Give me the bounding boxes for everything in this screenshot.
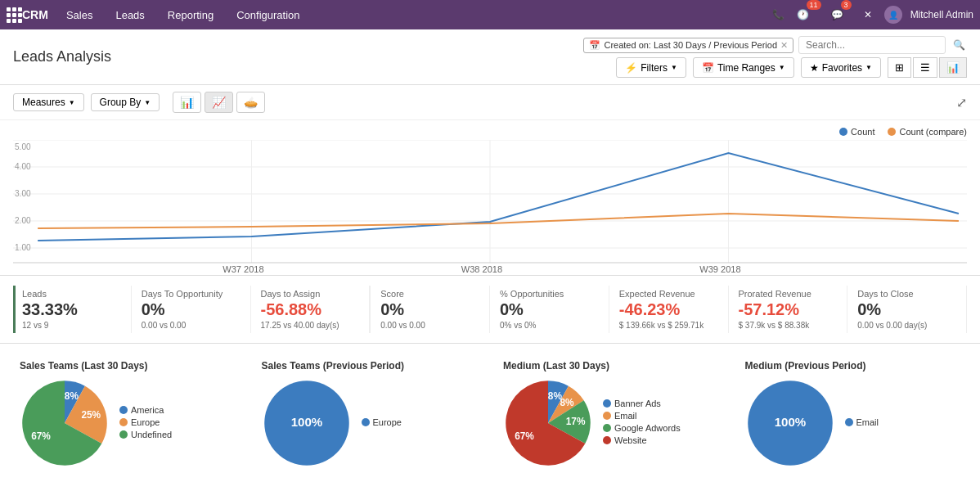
svg-text:1.00: 1.00: [15, 243, 31, 252]
nav-menu: Sales Leads Reporting Configuration: [61, 6, 771, 25]
pie-title-0: Sales Teams (Last 30 Days): [20, 360, 236, 372]
list-view-btn[interactable]: ☰: [913, 57, 937, 78]
close-icon[interactable]: ✕: [860, 7, 876, 23]
filters-arrow: ▼: [671, 64, 677, 71]
calendar-icon2: 📅: [702, 62, 714, 74]
time-ranges-arrow: ▼: [779, 64, 785, 71]
line-chart-btn[interactable]: 📈: [205, 92, 233, 113]
stat-value-6: -57.12%: [739, 300, 838, 319]
pie-legend-item-2-2: Google Adwords: [603, 423, 681, 433]
pie-content-3: 100%Email: [745, 378, 961, 468]
pie-card-2: Medium (Last 30 Days)8%8%17%67%Banner Ad…: [497, 354, 726, 475]
navbar: CRM Sales Leads Reporting Configuration …: [0, 0, 980, 29]
stat-label-1: Days To Opportunity: [142, 289, 241, 299]
stat-item-1: Days To Opportunity 0% 0.00 vs 0.00: [132, 286, 251, 333]
stat-item-5: Expected Revenue -46.23% $ 139.66k vs $ …: [609, 286, 729, 333]
legend-compare: Count (compare): [888, 127, 967, 137]
stat-value-4: 0%: [500, 300, 599, 319]
filter-tag-text: Created on: Last 30 Days / Previous Peri…: [604, 40, 777, 50]
svg-text:W38 2018: W38 2018: [461, 264, 502, 274]
page-title: Leads Analysis: [13, 48, 111, 65]
expand-button[interactable]: ⤢: [956, 95, 967, 110]
pie-legend-dot-2-0: [603, 399, 611, 408]
pie-content-0: 8%25%67%AmericaEuropeUndefined: [20, 378, 236, 468]
pie-legend-dot-1-0: [362, 418, 370, 426]
measures-arrow: ▼: [69, 99, 75, 106]
filter-tag-close[interactable]: ✕: [780, 40, 788, 51]
kanban-view-btn[interactable]: ⊞: [888, 57, 911, 78]
pie-svg-0: 8%25%67%: [20, 378, 110, 468]
nav-leads[interactable]: Leads: [110, 6, 149, 25]
pie-legend-item-2-1: Email: [603, 411, 681, 421]
stat-value-0: 33.33%: [22, 300, 121, 319]
brand-logo[interactable]: CRM: [22, 8, 48, 21]
stat-label-2: Days to Assign: [261, 289, 360, 299]
stat-item-7: Days to Close 0% 0.00 vs 0.00 day(s): [847, 286, 967, 333]
stat-label-5: Expected Revenue: [619, 289, 718, 299]
svg-text:W37 2018: W37 2018: [223, 264, 263, 274]
filter-tag-period[interactable]: 📅 Created on: Last 30 Days / Previous Pe…: [583, 38, 793, 53]
group-by-arrow: ▼: [144, 99, 151, 106]
filters-button[interactable]: ⚡ Filters ▼: [616, 57, 686, 78]
apps-icon[interactable]: [7, 7, 22, 23]
pie-legend-0: AmericaEuropeUndefined: [119, 405, 172, 442]
pie-legend-label-2-1: Email: [614, 411, 637, 421]
stat-item-3: Score 0% 0.00 vs 0.00: [370, 286, 490, 333]
count-dot: [839, 128, 847, 136]
pie-svg-2: 8%8%17%67%: [503, 378, 593, 468]
search-input[interactable]: [798, 36, 946, 54]
stat-sub-5: $ 139.66k vs $ 259.71k: [619, 321, 718, 330]
stat-item-6: Prorated Revenue -57.12% $ 37.9k vs $ 88…: [729, 286, 848, 333]
time-ranges-label: Time Ranges: [717, 62, 775, 74]
chart-view-btn[interactable]: 📊: [939, 57, 967, 78]
svg-text:4.00: 4.00: [15, 162, 31, 171]
time-ranges-button[interactable]: 📅 Time Ranges ▼: [693, 57, 794, 78]
nav-reporting[interactable]: Reporting: [163, 6, 218, 25]
stat-value-5: -46.23%: [619, 300, 718, 319]
calendar-icon: 📅: [589, 40, 600, 51]
stat-sub-1: 0.00 vs 0.00: [142, 321, 241, 330]
nav-sales[interactable]: Sales: [61, 6, 98, 25]
phone-icon[interactable]: 📞: [771, 7, 787, 23]
pie-label-2-3: 67%: [515, 430, 534, 442]
group-by-button[interactable]: Group By ▼: [91, 93, 160, 111]
stat-value-2: -56.88%: [261, 300, 360, 319]
nav-configuration[interactable]: Configuration: [232, 6, 304, 25]
pie-section: Sales Teams (Last 30 Days)8%25%67%Americ…: [0, 344, 980, 484]
user-name[interactable]: Mitchell Admin: [910, 9, 973, 20]
stat-value-3: 0%: [380, 300, 479, 319]
search-icon[interactable]: 🔍: [951, 37, 967, 53]
pie-legend-label-2-3: Website: [614, 435, 647, 445]
user-avatar[interactable]: 👤: [884, 6, 902, 24]
pie-legend-item-1-0: Europe: [362, 417, 402, 427]
pie-legend-dot-3-0: [845, 418, 853, 426]
stat-item-4: % Opportunities 0% 0% vs 0%: [490, 286, 609, 333]
star-icon: ★: [810, 62, 819, 74]
pie-legend-label-0-2: Undefined: [131, 430, 172, 439]
pie-legend-dot-2-1: [603, 412, 611, 420]
pie-full-label-3: 100%: [774, 415, 806, 429]
chart-type-buttons: 📊 📈 🥧: [173, 92, 265, 113]
stat-sub-4: 0% vs 0%: [500, 321, 599, 330]
pie-title-1: Sales Teams (Previous Period): [262, 360, 478, 372]
compare-label: Count (compare): [899, 127, 967, 137]
favorites-arrow: ▼: [865, 64, 872, 71]
pie-label-0-2: 67%: [31, 430, 51, 442]
pie-legend-label-0-0: America: [131, 405, 164, 415]
pie-legend-label-0-1: Europe: [131, 417, 160, 427]
stat-item-2: Days to Assign -56.88% 17.25 vs 40.00 da…: [251, 286, 371, 333]
pie-legend-item-0-2: Undefined: [119, 430, 172, 439]
legend-count: Count: [839, 127, 874, 137]
bar-chart-btn[interactable]: 📊: [173, 92, 201, 113]
pie-legend-2: Banner AdsEmailGoogle AdwordsWebsite: [603, 399, 681, 448]
view-buttons: ⊞ ☰ 📊: [888, 57, 967, 78]
measures-button[interactable]: Measures ▼: [13, 93, 84, 111]
pie-svg-3: 100%: [745, 378, 835, 468]
pie-legend-3: Email: [845, 417, 879, 430]
favorites-button[interactable]: ★ Favorites ▼: [801, 57, 881, 78]
stat-label-6: Prorated Revenue: [739, 289, 838, 299]
filters-label: Filters: [641, 62, 668, 74]
toolbar: Measures ▼ Group By ▼ 📊 📈 🥧 ⤢: [0, 85, 980, 120]
pie-chart-btn[interactable]: 🥧: [236, 92, 265, 113]
pie-card-0: Sales Teams (Last 30 Days)8%25%67%Americ…: [13, 354, 242, 475]
